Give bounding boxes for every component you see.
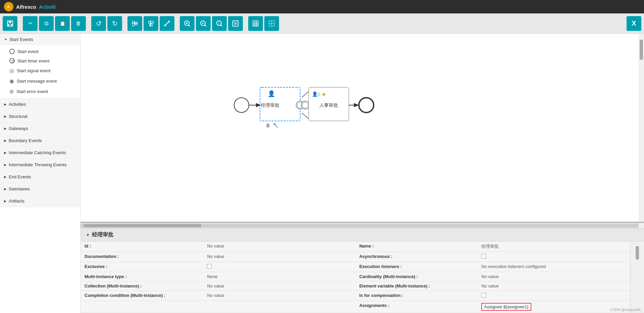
properties-title: 经理审批 — [92, 231, 113, 238]
is-compensation-label: Is for compensation : — [355, 291, 477, 301]
start-error-label: Start error event — [16, 89, 48, 94]
assignments-value[interactable]: Assignee ${assignee1} — [477, 301, 630, 313]
properties-table: Id : No value Name : 经理审批 Documentation … — [80, 241, 644, 313]
sidebar-item-start-message[interactable]: ◉ Start message event — [0, 76, 80, 86]
topbar: A Alfresco Activiti — [0, 0, 644, 13]
section-start-events-header[interactable]: ▼ Start Events — [0, 34, 80, 45]
section-intermediate-throwing-header[interactable]: ▶ Intermediate Throwing Events — [0, 159, 80, 171]
cut-button[interactable]: ✂ — [23, 16, 38, 31]
completion-condition-label: Completion condition (Multi-instance) : — [80, 291, 203, 301]
svg-line-18 — [205, 25, 206, 27]
fit-page-button[interactable] — [228, 16, 243, 31]
section-structural-header[interactable]: ▶ Structural — [0, 110, 80, 122]
redo-button[interactable]: ↻ — [107, 16, 122, 31]
start-signal-icon: ◎ — [9, 68, 14, 74]
section-activities-header[interactable]: ▶ Activities — [0, 98, 80, 110]
table-row: Id : No value Name : 经理审批 — [80, 241, 644, 252]
section-swimlanes-header[interactable]: ▶ Swimlanes — [0, 183, 80, 195]
arrow-activities: ▶ — [4, 102, 7, 106]
sidebar-item-start-timer[interactable]: ⊙ Start timer event — [0, 56, 80, 65]
svg-text:👤: 👤 — [268, 90, 275, 97]
horizontal-scrollbar[interactable] — [80, 223, 644, 228]
align-v-button[interactable] — [144, 16, 158, 31]
id-value: No value — [203, 241, 355, 252]
section-activities: ▶ Activities — [0, 98, 80, 110]
zoom-reset-button[interactable]: 1:1 — [212, 16, 227, 31]
section-end-events-header[interactable]: ▶ End Events — [0, 171, 80, 183]
sidebar-item-start-event[interactable]: Start event — [0, 47, 80, 56]
hscroll-track — [80, 224, 639, 227]
watermark: CSDN @waiyouHL — [610, 308, 641, 312]
svg-text:🗑: 🗑 — [266, 123, 270, 128]
assignments-highlight[interactable]: Assignee ${assignee1} — [481, 303, 531, 311]
section-artifacts: ▶ Artifacts — [0, 195, 80, 207]
id-label: Id : — [80, 241, 203, 252]
svg-rect-23 — [234, 22, 237, 25]
start-message-icon: ◉ — [9, 78, 14, 84]
section-artifacts-label: Artifacts — [9, 198, 24, 204]
section-boundary-events-header[interactable]: ▶ Boundary Events — [0, 135, 80, 146]
properties-header: ▼ 经理审批 — [80, 229, 644, 241]
is-compensation-checkbox[interactable] — [481, 293, 486, 298]
properties-collapse-arrow[interactable]: ▼ — [86, 233, 90, 237]
hscroll-thumb[interactable] — [84, 224, 201, 227]
element-variable-label: Element variable (Multi-instance) : — [355, 281, 477, 291]
empty-left-label — [80, 301, 203, 313]
undo-button[interactable]: ↺ — [91, 16, 106, 31]
is-compensation-value — [477, 291, 630, 301]
collection-value: No value — [203, 281, 355, 291]
name-value: 经理审批 — [477, 241, 630, 252]
sidebar-item-start-signal[interactable]: ◎ Start signal event — [0, 65, 80, 76]
section-gateways-header[interactable]: ▶ Gateways — [0, 123, 80, 134]
section-intermediate-catching-header[interactable]: ▶ Intermediate Catching Events — [0, 147, 80, 159]
vertical-scrollbar[interactable] — [639, 34, 644, 222]
section-structural-label: Structural — [9, 114, 28, 119]
svg-point-24 — [234, 98, 249, 113]
snap-button[interactable] — [264, 16, 279, 31]
arrow-gateways: ▶ — [4, 127, 7, 130]
svg-text:◈: ◈ — [322, 91, 326, 97]
align-h-button[interactable] — [127, 16, 142, 31]
documentation-value: No value — [203, 252, 355, 262]
section-start-events-content: Start event ⊙ Start timer event ◎ Start … — [0, 45, 80, 98]
svg-rect-3 — [9, 21, 11, 23]
assignments-label: Assignments : — [355, 301, 477, 313]
section-structural: ▶ Structural — [0, 110, 80, 123]
paste-button[interactable]: 📋 — [55, 16, 70, 31]
svg-text:🔧: 🔧 — [273, 123, 279, 128]
sidebar-item-start-error[interactable]: ⊛ Start error event — [0, 86, 80, 97]
section-swimlanes: ▶ Swimlanes — [0, 183, 80, 195]
section-intermediate-throwing: ▶ Intermediate Throwing Events — [0, 159, 80, 171]
bpmn-diagram: 👤 经理审批 🗑 🔧 👤 ◇ ◈ — [80, 34, 644, 222]
app-name: Alfresco — [16, 4, 36, 10]
exclusive-label: Exclusive : — [80, 262, 203, 272]
table-row: Collection (Multi-instance) : No value E… — [80, 281, 644, 291]
table-row: Completion condition (Multi-instance) : … — [80, 291, 644, 301]
copy-button[interactable]: ⧉ — [39, 16, 54, 31]
exclusive-checkbox[interactable] — [207, 264, 212, 269]
vscroll-thumb[interactable] — [640, 40, 643, 60]
start-message-label: Start message event — [17, 79, 57, 84]
start-error-icon: ⊛ — [9, 88, 14, 95]
start-timer-label: Start timer event — [17, 58, 49, 63]
section-start-events-label: Start Events — [9, 37, 33, 42]
sidebar: ▼ Start Events Start event ⊙ Start timer… — [0, 34, 80, 313]
grid-button[interactable] — [248, 16, 263, 31]
props-vscroll-thumb[interactable] — [636, 246, 639, 260]
canvas[interactable]: 👤 经理审批 🗑 🔧 👤 ◇ ◈ — [80, 34, 644, 223]
arrow-structural: ▶ — [4, 115, 7, 118]
section-activities-label: Activities — [9, 102, 26, 107]
section-gateways: ▶ Gateways — [0, 123, 80, 135]
multi-instance-type-value: None — [203, 272, 355, 281]
zoom-out-button[interactable] — [196, 16, 211, 31]
zoom-in-button[interactable] — [180, 16, 195, 31]
asynchronous-checkbox[interactable] — [481, 254, 486, 259]
delete-button[interactable]: 🗑 — [71, 16, 86, 31]
close-button[interactable]: X — [627, 16, 641, 31]
section-artifacts-header[interactable]: ▶ Artifacts — [0, 195, 80, 207]
section-boundary-events-label: Boundary Events — [9, 138, 42, 143]
resize-button[interactable] — [160, 16, 174, 31]
save-button[interactable] — [3, 16, 17, 31]
cardinality-value: No value — [477, 272, 630, 281]
asynchronous-label: Asynchronous : — [355, 252, 477, 262]
